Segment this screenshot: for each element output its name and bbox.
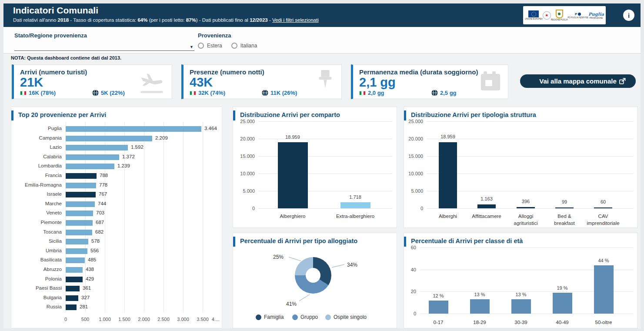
bar[interactable] <box>439 142 457 208</box>
bar[interactable] <box>66 257 85 263</box>
legend-item-ospite-singolo[interactable]: Ospite singolo <box>325 314 367 320</box>
axis-tick-label: 5.000 <box>405 188 423 194</box>
kpi-foreign-value: 2,5 gg <box>431 90 457 96</box>
category-label: Umbria <box>13 248 62 253</box>
bar[interactable] <box>66 164 114 169</box>
globe-icon <box>262 90 268 96</box>
bar[interactable] <box>66 154 119 160</box>
category-label: 40-49 <box>556 319 568 326</box>
bar-value-label: 485 <box>88 257 96 262</box>
selected-filters-link[interactable]: Vedi i filtri selezionati <box>272 17 319 23</box>
logo-caption: UNIONE EUROPEA <box>525 18 543 20</box>
map-button[interactable]: Vai alla mappa comunale <box>520 74 636 88</box>
gridline <box>420 314 634 314</box>
bar[interactable] <box>429 301 448 314</box>
legend-item-gruppo[interactable]: Gruppo <box>292 314 318 320</box>
category-label: Marche <box>13 201 62 206</box>
bar[interactable] <box>66 173 97 179</box>
chart-arrivi-comparto: Distribuzione Arrivi per comparto 25.000… <box>233 107 397 228</box>
bar[interactable] <box>66 286 80 291</box>
bar[interactable] <box>511 299 531 314</box>
bar-value-label: 1.592 <box>131 144 143 150</box>
kpi-title: Arrivi (numero turisti) <box>20 68 87 76</box>
bar[interactable] <box>66 211 93 216</box>
slice-value-label: 25% <box>273 254 284 260</box>
kpi-title: Permanenza media (durata soggiorno) <box>359 68 478 76</box>
bar[interactable] <box>66 267 83 273</box>
bar[interactable] <box>594 265 614 314</box>
bar[interactable] <box>66 304 77 310</box>
bar-value-label: 327 <box>81 295 90 300</box>
bar[interactable] <box>66 239 88 244</box>
bar[interactable] <box>340 202 370 208</box>
bar[interactable] <box>66 126 201 132</box>
bar-value-label: 13 % <box>515 292 526 297</box>
gridline <box>427 174 634 174</box>
bar[interactable] <box>66 277 83 282</box>
bar[interactable] <box>553 293 572 314</box>
bar[interactable] <box>66 295 78 301</box>
subtitle-text: ) - Dati pubblicati fino al <box>196 17 250 23</box>
slice-value-label: 41% <box>286 301 297 307</box>
state-region-select[interactable]: ▼ <box>14 39 194 51</box>
kpi-foreign-text: 5K (22%) <box>101 90 125 96</box>
bar-value-label: 3.464 <box>204 126 217 131</box>
category-label: Emilia-Romagna <box>13 182 62 187</box>
bar[interactable] <box>66 136 152 141</box>
category-label: Veneto <box>13 210 62 215</box>
bar[interactable] <box>517 207 535 208</box>
subtitle-text: - <box>268 17 272 23</box>
bar[interactable] <box>66 192 96 197</box>
bar-value-label: 767 <box>99 191 107 197</box>
eu-flag-icon <box>528 10 539 17</box>
subtitle-published: 12/2023 <box>250 17 268 23</box>
axis-tick-label: 0 <box>405 206 423 211</box>
category-label: Sicilia <box>13 238 62 244</box>
kpi-italian-value: 2,0 gg <box>359 90 384 96</box>
bar[interactable] <box>66 248 87 254</box>
category-label: 0-17 <box>433 319 443 326</box>
globe-icon <box>92 90 99 96</box>
bar-value-label: 12 % <box>433 293 444 298</box>
radio-estera[interactable] <box>198 43 204 49</box>
category-label: Basilicata <box>13 257 62 262</box>
axis-tick-label: 5.000 <box>237 188 255 194</box>
top20-plot-area: 05001.0001.5002.0002.5003.0003.5004....P… <box>11 107 222 328</box>
bar-value-label: 1.163 <box>480 196 493 201</box>
bar[interactable] <box>477 204 496 208</box>
filter-bar: Stato/Regione provenienza ▼ Provenienza … <box>3 27 641 53</box>
kpi-foreign-text: 2,5 gg <box>440 90 457 96</box>
bar-value-label: 281 <box>80 304 88 309</box>
pugliapromozione-logo: Puglia PROMOZIONE <box>588 12 604 19</box>
bar[interactable] <box>66 220 93 226</box>
kpi-italian-value: 16K (78%) <box>20 90 56 96</box>
bar[interactable] <box>66 145 128 150</box>
italy-emblem-icon: ★ <box>543 11 551 20</box>
legend-item-famiglia[interactable]: Famiglia <box>256 314 284 320</box>
chevron-down-icon: ▼ <box>190 45 194 49</box>
bar[interactable] <box>66 183 96 188</box>
bar-value-label: 682 <box>95 229 103 234</box>
bar[interactable] <box>66 230 92 235</box>
axis-tick-label: 500 <box>81 317 89 322</box>
category-label: Puglia <box>13 126 62 131</box>
gridline <box>427 139 634 139</box>
logo-caption: PO PUGLIA FESR-FSE <box>568 17 589 19</box>
bar[interactable] <box>555 207 574 208</box>
bar[interactable] <box>594 207 612 208</box>
bar[interactable] <box>470 299 490 314</box>
bar-value-label: 1.239 <box>117 163 130 168</box>
gridline <box>427 121 634 122</box>
radio-italiana[interactable] <box>231 43 237 49</box>
axis-tick-label: 2.500 <box>157 317 170 322</box>
category-label: Alberghiero <box>280 213 306 220</box>
bar-value-label: 429 <box>86 276 94 281</box>
chart-arrivi-alloggiato: Percentuale di Arrivi per tipo alloggiat… <box>233 233 397 328</box>
kpi-foreign-value: 11K (26%) <box>262 90 297 96</box>
logo-strip: UNIONE EUROPEA ★ REGIONE PUGLIA P PO PUG… <box>523 6 606 24</box>
bar[interactable] <box>66 201 95 207</box>
po-puglia-icon: P <box>575 12 581 16</box>
external-link-icon <box>619 77 626 85</box>
bar[interactable] <box>278 142 308 208</box>
info-button[interactable]: i <box>623 10 634 21</box>
